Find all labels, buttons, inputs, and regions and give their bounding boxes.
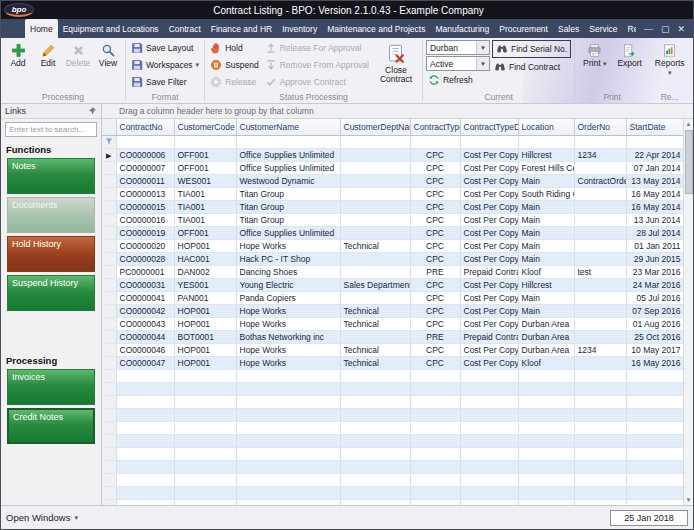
filter-cell[interactable] [518, 135, 574, 148]
grid-cell[interactable]: BOT0001 [174, 330, 236, 343]
grid-cell[interactable]: Cost Per Copy [460, 161, 518, 174]
grid-cell[interactable] [340, 187, 410, 200]
table-row[interactable]: CO0000016TIA001Titan GroupCPCCost Per Co… [102, 213, 684, 226]
grid-cell[interactable]: Panda Copiers [236, 291, 340, 304]
grid-cell[interactable]: CO0000046 [116, 343, 174, 356]
grid-cell[interactable]: Titan Group [236, 200, 340, 213]
grid-cell[interactable]: ContractOrderNo [574, 174, 626, 187]
filter-cell[interactable] [574, 135, 626, 148]
grid-cell[interactable]: CO0000031 [116, 278, 174, 291]
grid-cell[interactable] [574, 291, 626, 304]
grid-cell[interactable]: 01 Jan 2011 [626, 239, 684, 252]
grid-cell[interactable]: HOP001 [174, 304, 236, 317]
grid-cell[interactable]: Hope Works [236, 343, 340, 356]
release-for-approval-button[interactable]: Release For Approval [263, 40, 371, 56]
tab-reporting[interactable]: Reporting [623, 19, 636, 38]
grid-cell[interactable]: CO0000019 [116, 226, 174, 239]
column-header-customercode[interactable]: CustomerCode [174, 119, 236, 135]
grid-cell[interactable]: Westwood Dynamic [236, 174, 340, 187]
grid-cell[interactable]: Titan Group [236, 187, 340, 200]
tab-contract[interactable]: Contract [164, 19, 206, 38]
grid-cell[interactable]: CPC [410, 148, 460, 161]
grid-cell[interactable] [574, 278, 626, 291]
table-row[interactable]: CO0000013TIA001Titan GroupCPCCost Per Co… [102, 187, 684, 200]
grid-cell[interactable]: TIA001 [174, 213, 236, 226]
hold-button[interactable]: Hold [208, 40, 261, 56]
grid-cell[interactable]: 13 May 2014 [626, 174, 684, 187]
grid-cell[interactable]: 28 Jul 2014 [626, 226, 684, 239]
reports-button[interactable]: Reports ▾ [653, 40, 686, 77]
grid-cell[interactable]: Dancing Shoes [236, 265, 340, 278]
grid-cell[interactable]: CPC [410, 304, 460, 317]
grid-cell[interactable]: 24 Mar 2016 [626, 278, 684, 291]
status-select[interactable]: Active ▾ [426, 56, 490, 71]
site-select[interactable]: Durban ▾ [426, 40, 490, 55]
grid-cell[interactable]: South Riding Centre [518, 187, 574, 200]
grid-cell[interactable]: PRE [410, 265, 460, 278]
column-header-contractno[interactable]: ContractNo [116, 119, 174, 135]
pin-icon[interactable] [88, 106, 97, 117]
sidebar-tile-hold-history[interactable]: Hold History [7, 236, 95, 272]
grid-cell[interactable]: Office Supplies Unlimited [236, 226, 340, 239]
grid-cell[interactable]: CPC [410, 343, 460, 356]
grid-cell[interactable]: Kloof [518, 265, 574, 278]
grid-cell[interactable]: 07 Sep 2016 [626, 304, 684, 317]
sidebar-tile-invoices[interactable]: Invoices [7, 369, 95, 405]
filter-cell[interactable] [174, 135, 236, 148]
grid-cell[interactable] [340, 174, 410, 187]
table-row[interactable]: CO0000019OFF001Office Supplies Unlimited… [102, 226, 684, 239]
grid-cell[interactable]: CPC [410, 187, 460, 200]
save-filter-button[interactable]: Save Filter [129, 74, 201, 90]
grid-cell[interactable]: OFF001 [174, 226, 236, 239]
suspend-button[interactable]: Suspend [208, 57, 261, 73]
grid-cell[interactable]: Main [518, 213, 574, 226]
grid-cell[interactable]: Technical [340, 356, 410, 369]
grid-cell[interactable]: Cost Per Copy [460, 200, 518, 213]
grid-cell[interactable]: Titan Group [236, 213, 340, 226]
column-header-startdate[interactable]: StartDate [626, 119, 684, 135]
grid-cell[interactable]: Young Electric [236, 278, 340, 291]
grid-cell[interactable]: Prepaid Contract [460, 330, 518, 343]
grid-cell[interactable] [340, 148, 410, 161]
table-row[interactable]: CO0000047HOP001Hope WorksTechnicalCPCCos… [102, 356, 684, 369]
table-row[interactable]: CO0000031YES001Young ElectricSales Depar… [102, 278, 684, 291]
grid-cell[interactable]: Cost Per Copy [460, 304, 518, 317]
grid-cell[interactable]: Main [518, 200, 574, 213]
grid-cell[interactable]: HOP001 [174, 239, 236, 252]
grid-cell[interactable]: CO0000041 [116, 291, 174, 304]
grid-cell[interactable] [574, 187, 626, 200]
grid-cell[interactable] [574, 200, 626, 213]
approve-contract-button[interactable]: Approve Contract [263, 74, 371, 90]
grid-cell[interactable]: CPC [410, 200, 460, 213]
grid-cell[interactable]: Cost Per Copy [460, 252, 518, 265]
table-row[interactable]: CO0000043HOP001Hope WorksTechnicalCPCCos… [102, 317, 684, 330]
table-row[interactable]: CO0000020HOP001Hope WorksTechnicalCPCCos… [102, 239, 684, 252]
grid-cell[interactable] [340, 330, 410, 343]
grid-cell[interactable]: Cost Per Copy [460, 148, 518, 161]
grid-cell[interactable]: 16 May 2014 [626, 200, 684, 213]
open-windows-button[interactable]: Open Windows ▾ [6, 512, 78, 523]
grid-cell[interactable]: Main [518, 239, 574, 252]
table-row[interactable]: CO0000011WES001Westwood DynamicCPCCost P… [102, 174, 684, 187]
grid-cell[interactable]: CPC [410, 213, 460, 226]
grid-cell[interactable]: CPC [410, 356, 460, 369]
workspaces-button[interactable]: Workspaces ▾ [129, 57, 201, 73]
table-row[interactable]: PC0000001DAN002Dancing ShoesPREPrepaid C… [102, 265, 684, 278]
grid-cell[interactable]: Hope Works [236, 239, 340, 252]
tab-finance-and-hr[interactable]: Finance and HR [206, 19, 277, 38]
grid-cell[interactable]: TIA001 [174, 200, 236, 213]
print-button[interactable]: Print ▾ [578, 40, 611, 68]
delete-button[interactable]: Delete [64, 40, 92, 68]
grid-cell[interactable]: CPC [410, 239, 460, 252]
add-button[interactable]: Add [4, 40, 32, 68]
grid-cell[interactable]: CPC [410, 174, 460, 187]
grid-cell[interactable]: Cost Per Copy [460, 343, 518, 356]
grid-cell[interactable]: CPC [410, 291, 460, 304]
grid-cell[interactable]: CO0000028 [116, 252, 174, 265]
tab-maintenance-and-projects[interactable]: Maintenance and Projects [322, 19, 430, 38]
grid-cell[interactable]: Main [518, 291, 574, 304]
grid-cell[interactable]: Hillcrest [518, 148, 574, 161]
grid-cell[interactable]: CPC [410, 161, 460, 174]
filter-cell[interactable] [340, 135, 410, 148]
grid-cell[interactable]: CO0000047 [116, 356, 174, 369]
